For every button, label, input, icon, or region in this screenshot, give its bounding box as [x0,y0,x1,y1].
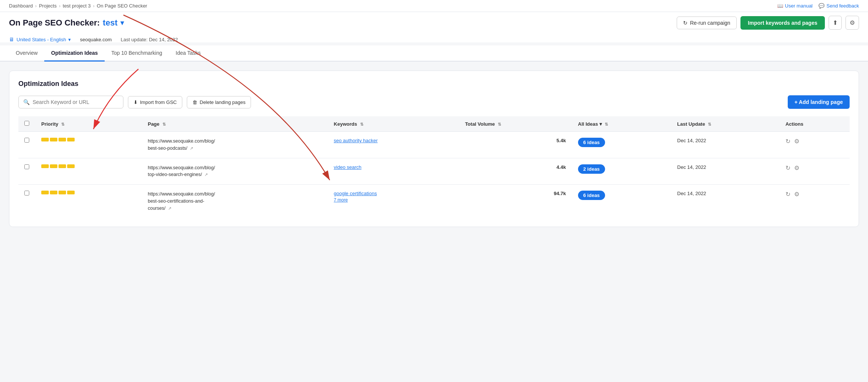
table-row: https://www.seoquake.com/blog/ best-seo-… [18,185,850,218]
export-button[interactable]: ⬆ [829,16,842,30]
row-3-checkbox[interactable] [24,191,29,196]
row-3-keyword-link[interactable]: google certifications [334,191,377,196]
location-button[interactable]: 🖥 United States - English ▾ [9,36,71,42]
col-last-update: Last Update ⇅ [671,116,779,132]
toolbar: 🔍 ⬇ Import from GSC 🗑 Delete landing pag… [18,95,850,109]
tab-idea-tasks[interactable]: Idea Tasks [169,45,207,62]
priority-bar-1 [41,138,49,141]
export-icon: ⬆ [833,20,838,26]
section-title: Optimization Ideas [18,80,850,88]
tab-top-10-benchmarking[interactable]: Top 10 Benchmarking [105,45,169,62]
row-1-checkbox[interactable] [24,138,29,143]
table-header-row: Priority ⇅ Page ⇅ Keywords ⇅ Total Volum… [18,116,850,132]
priority-bar-3 [59,138,66,141]
priority-bar-2 [50,191,57,194]
ideas-dropdown-icon[interactable]: ▾ [599,121,602,127]
monitor-icon: 🖥 [9,36,14,42]
keywords-sort-icon[interactable]: ⇅ [360,122,363,126]
select-all-checkbox[interactable] [24,121,29,126]
row-1-ideas-badge[interactable]: 6 ideas [578,138,605,147]
add-page-label: + Add landing page [794,99,843,105]
breadcrumb-sep-2: › [59,3,60,9]
priority-sort-icon[interactable]: ⇅ [61,122,65,126]
row-3-priority [35,185,142,218]
tab-optimization-ideas[interactable]: Optimization Ideas [44,45,104,62]
row-3-volume: 94.7k [459,185,572,218]
settings-button[interactable]: ⚙ [845,16,859,30]
add-landing-page-button[interactable]: + Add landing page [788,95,850,109]
row-1-volume: 5.4k [459,132,572,158]
row-2-settings-icon[interactable]: ⚙ [794,164,799,171]
row-2-ext-link-icon[interactable]: ↗ [204,172,208,177]
row-3-settings-icon[interactable]: ⚙ [794,191,799,198]
row-2-update: Dec 14, 2022 [671,158,779,185]
import-label: Import keywords and pages [748,20,817,26]
row-3-more-keywords[interactable]: 7 more [334,197,453,203]
row-2-page: https://www.seoquake.com/blog/ top-video… [142,158,328,185]
row-1-keyword-link[interactable]: seo authority hacker [334,138,378,143]
priority-bar-3 [59,191,66,194]
location-label: United States - English [17,37,66,42]
row-1-keywords: seo authority hacker [328,132,459,158]
delete-pages-button[interactable]: 🗑 Delete landing pages [187,96,251,108]
row-3-keywords: google certifications 7 more [328,185,459,218]
last-update-label: Last update: Dec 14, 2022 [121,37,178,42]
row-1-settings-icon[interactable]: ⚙ [794,138,799,145]
location-chevron: ▾ [68,37,71,42]
top-actions: 📖 User manual 💬 Send feedback [777,3,859,9]
user-manual-link[interactable]: 📖 User manual [777,3,813,9]
row-1-ext-link-icon[interactable]: ↗ [190,146,193,150]
volume-sort-icon[interactable]: ⇅ [498,122,501,126]
row-1-update: Dec 14, 2022 [671,132,779,158]
row-2-keyword-link[interactable]: video search [334,164,362,170]
breadcrumb-dashboard[interactable]: Dashboard [9,3,33,9]
search-input[interactable] [33,99,119,105]
row-2-actions: ↻ ⚙ [779,158,850,185]
meta-row: 🖥 United States - English ▾ seoquake.com… [0,33,868,42]
row-2-priority [35,158,142,185]
breadcrumb-sep-1: › [35,3,37,9]
import-keywords-button[interactable]: Import keywords and pages [740,16,825,30]
ideas-sort-icon[interactable]: ⇅ [605,122,608,126]
page-sort-icon[interactable]: ⇅ [162,122,166,126]
row-1-actions: ↻ ⚙ [779,132,850,158]
row-2-refresh-icon[interactable]: ↻ [785,164,790,171]
page-title-static: On Page SEO Checker: [9,18,100,28]
row-3-update: Dec 14, 2022 [671,185,779,218]
row-2-keywords: video search [328,158,459,185]
import-gsc-button[interactable]: ⬇ Import from GSC [128,96,182,108]
download-icon: ⬇ [134,99,138,105]
col-ideas: All Ideas ▾ ⇅ [572,116,671,132]
optimization-ideas-card: Optimization Ideas 🔍 ⬇ Imp [9,71,859,227]
breadcrumb-project-name[interactable]: test project 3 [63,3,90,9]
row-3-ideas-badge[interactable]: 6 ideas [578,191,605,200]
rerun-campaign-button[interactable]: ↻ Re-run campaign [677,17,736,29]
row-2-volume: 4.4k [459,158,572,185]
row-3-ext-link-icon[interactable]: ↗ [168,206,171,211]
page-title: On Page SEO Checker: test ▾ [9,18,124,28]
priority-bar-2 [50,164,57,168]
tab-overview[interactable]: Overview [9,45,44,62]
user-manual-label: User manual [785,3,813,9]
priority-bar-3 [59,164,66,168]
page-title-project: test [103,18,117,28]
row-2-ideas: 2 ideas [572,158,671,185]
row-3-refresh-icon[interactable]: ↻ [785,191,790,198]
update-sort-icon[interactable]: ⇅ [708,122,711,126]
row-2-ideas-badge[interactable]: 2 ideas [578,164,605,174]
priority-bar-1 [41,164,49,168]
breadcrumb-projects[interactable]: Projects [39,3,57,9]
priority-bar-1 [41,191,49,194]
priority-bar-4 [67,191,75,194]
send-feedback-link[interactable]: 💬 Send feedback [818,3,859,9]
row-1-refresh-icon[interactable]: ↻ [785,138,790,145]
search-box[interactable]: 🔍 [18,96,123,108]
import-gsc-label: Import from GSC [140,99,177,105]
ideas-table: Priority ⇅ Page ⇅ Keywords ⇅ Total Volum… [18,116,850,218]
table-row: https://www.seoquake.com/blog/ best-seo-… [18,132,850,158]
row-2-checkbox[interactable] [24,164,29,169]
breadcrumb-current: On Page SEO Checker [97,3,147,9]
row-1-priority [35,132,142,158]
project-dropdown-chevron[interactable]: ▾ [120,19,124,27]
rerun-icon: ↻ [683,20,688,26]
